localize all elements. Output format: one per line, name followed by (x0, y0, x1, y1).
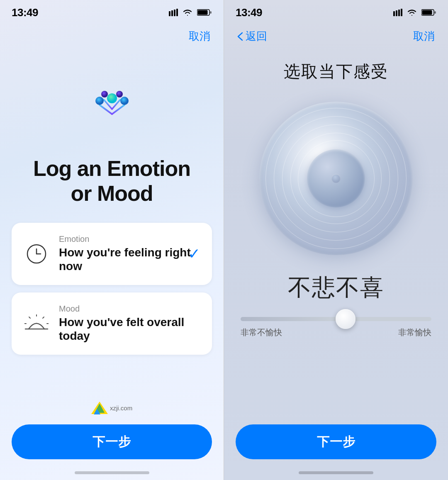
wifi-icon-right (407, 8, 417, 17)
emotion-icon (75, 68, 149, 143)
clock-icon (26, 243, 47, 265)
mood-option-desc: How you've felt overall today (59, 315, 200, 343)
right-screen: 13:49 返回 (224, 0, 448, 480)
svg-rect-27 (398, 10, 400, 16)
bottom-area-left: xzji.com 下一步 (0, 400, 224, 480)
status-bar-right: 13:49 (224, 0, 448, 25)
svg-rect-25 (393, 11, 395, 16)
emotion-option-desc: How you're feeling right now (59, 246, 200, 273)
emotion-option-label: Emotion (59, 234, 200, 244)
wifi-icon (182, 8, 193, 17)
svg-rect-28 (401, 9, 402, 16)
svg-rect-31 (434, 11, 436, 14)
svg-point-10 (101, 91, 108, 97)
signal-icon (169, 9, 178, 16)
slider-labels: 非常不愉快 非常愉快 (241, 327, 431, 338)
back-button[interactable]: 返回 (237, 29, 267, 44)
slider-container: 非常不愉快 非常愉快 (224, 317, 448, 338)
emotion-option-text: Emotion How you're feeling right now (59, 234, 200, 273)
emotion-flower-icon (79, 73, 145, 139)
disc-outer (259, 102, 413, 255)
svg-rect-5 (198, 10, 208, 15)
watermark-logo-icon: xzji.com (87, 400, 137, 416)
emotion-option[interactable]: Emotion How you're feeling right now ✓ (12, 223, 212, 285)
time-right: 13:49 (236, 6, 262, 19)
chevron-left-icon (237, 32, 243, 41)
watermark-left: xzji.com (12, 400, 212, 418)
svg-line-16 (43, 317, 44, 318)
svg-point-7 (107, 93, 117, 103)
cancel-button-right[interactable]: 取消 (413, 29, 435, 44)
svg-rect-30 (422, 10, 432, 15)
svg-line-17 (29, 317, 30, 318)
disc-inner (307, 149, 365, 207)
sunrise-icon (24, 314, 49, 333)
slider-thumb[interactable] (336, 309, 355, 329)
mood-option[interactable]: Mood How you've felt overall today (12, 292, 212, 355)
svg-rect-26 (396, 10, 397, 16)
emotion-option-icon (23, 241, 50, 267)
svg-point-8 (95, 97, 104, 105)
status-bar-left: 13:49 (0, 0, 224, 25)
slider-label-left: 非常不愉快 (241, 327, 282, 338)
mood-option-label: Mood (59, 304, 200, 314)
disc-center-dot (331, 174, 341, 183)
mood-option-text: Mood How you've felt overall today (59, 304, 200, 343)
time-left: 13:49 (12, 6, 38, 19)
mood-disc (257, 100, 415, 257)
battery-icon-right (421, 9, 436, 16)
svg-point-9 (120, 97, 129, 105)
home-indicator-left (75, 471, 149, 474)
next-button-right[interactable]: 下一步 (236, 424, 436, 459)
main-title: Log an Emotion or Mood (17, 156, 207, 206)
slider-label-right: 非常愉快 (398, 327, 431, 338)
svg-rect-2 (174, 10, 175, 16)
left-screen: 13:49 取消 (0, 0, 224, 480)
battery-icon (197, 9, 212, 16)
mood-option-icon (23, 310, 50, 337)
svg-text:xzji.com: xzji.com (110, 404, 132, 412)
next-button-left[interactable]: 下一步 (12, 424, 212, 459)
mood-label: 不悲不喜 (288, 272, 384, 304)
page-title-right: 选取当下感受 (284, 60, 388, 83)
top-bar-right: 返回 取消 (224, 25, 448, 44)
slider-track[interactable] (241, 317, 431, 321)
status-icons-right (393, 8, 436, 17)
signal-icon-right (393, 9, 402, 16)
top-bar-left: 取消 (0, 25, 224, 44)
svg-rect-1 (171, 10, 173, 16)
svg-point-11 (116, 91, 123, 97)
cancel-button-left[interactable]: 取消 (189, 29, 210, 44)
svg-rect-3 (176, 9, 178, 16)
svg-rect-6 (210, 11, 212, 14)
options-container: Emotion How you're feeling right now ✓ (0, 206, 224, 355)
home-indicator-right (299, 471, 373, 474)
status-icons-left (169, 8, 212, 17)
svg-rect-0 (169, 11, 170, 16)
emotion-checkmark: ✓ (188, 245, 200, 263)
